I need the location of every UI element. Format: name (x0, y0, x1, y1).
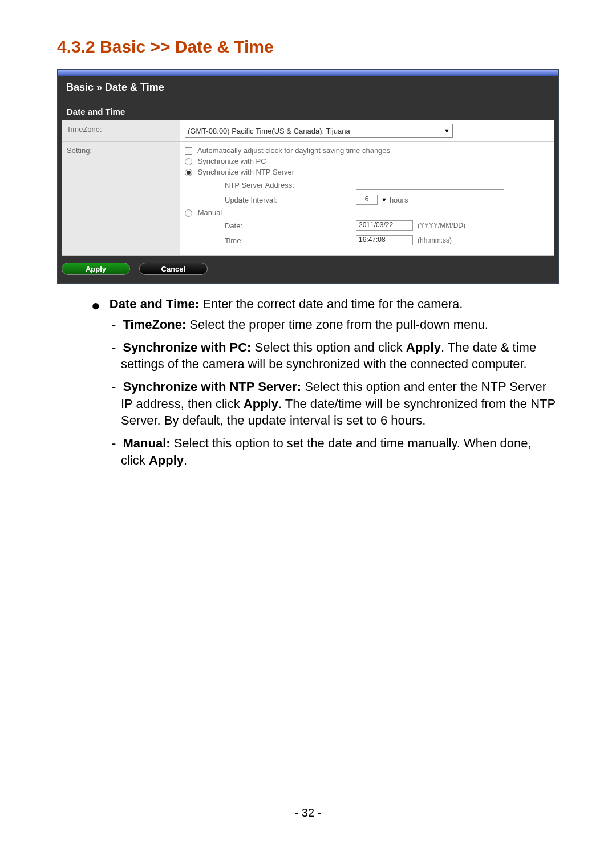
page-number: - 32 - (0, 806, 616, 819)
window-titlebar (58, 70, 558, 76)
setting-label: Setting: (62, 142, 180, 255)
time-input[interactable]: 16:47:08 (356, 235, 413, 245)
timezone-label: TimeZone: (62, 120, 180, 142)
date-input[interactable]: 2011/03/22 (356, 220, 413, 231)
update-interval-input[interactable]: 6 (356, 195, 378, 205)
date-hint: (YYYY/MM/DD) (418, 221, 465, 229)
screenshot-panel: Basic » Date & Time Date and Time TimeZo… (57, 69, 559, 284)
manual-radio[interactable] (185, 209, 192, 217)
chevron-down-icon[interactable]: ▼ (381, 196, 387, 203)
cancel-button[interactable]: Cancel (139, 263, 208, 275)
ntp-address-label: NTP Server Address: (225, 181, 356, 189)
time-hint: (hh:mm:ss) (418, 236, 452, 244)
dst-checkbox[interactable] (185, 147, 192, 155)
desc-sync-pc: - Synchronize with PC: Select this optio… (112, 339, 559, 373)
ntp-address-input[interactable] (356, 180, 504, 190)
apply-button[interactable]: Apply (62, 263, 130, 275)
panel-title: Basic » Date & Time (58, 76, 558, 103)
sync-pc-label: Synchronize with PC (198, 157, 266, 165)
time-label: Time: (225, 236, 356, 245)
update-interval-unit: hours (390, 196, 408, 204)
manual-label: Manual (198, 208, 222, 217)
bullet-icon: ● (91, 297, 100, 314)
sync-ntp-label: Synchronize with NTP Server (198, 168, 295, 176)
desc-manual: - Manual: Select this option to set the … (112, 435, 559, 469)
desc-date-time: ● Date and Time: Enter the correct date … (91, 296, 559, 313)
timezone-value: (GMT-08:00) Pacific Time(US & Canada); T… (188, 127, 350, 135)
dst-label: Automatically adjust clock for daylight … (197, 146, 390, 155)
update-interval-label: Update Interval: (225, 196, 356, 204)
sync-pc-radio[interactable] (185, 158, 192, 165)
chevron-down-icon: ▼ (444, 127, 450, 134)
timezone-select[interactable]: (GMT-08:00) Pacific Time(US & Canada); T… (185, 124, 453, 138)
sync-ntp-radio[interactable] (185, 169, 192, 176)
section-heading: 4.3.2 Basic >> Date & Time (57, 37, 559, 56)
desc-sync-ntp: - Synchronize with NTP Server: Select th… (112, 378, 559, 429)
panel-subtitle: Date and Time (62, 103, 554, 120)
date-label: Date: (225, 221, 356, 230)
desc-timezone: - TimeZone: Select the proper time zone … (112, 316, 559, 333)
